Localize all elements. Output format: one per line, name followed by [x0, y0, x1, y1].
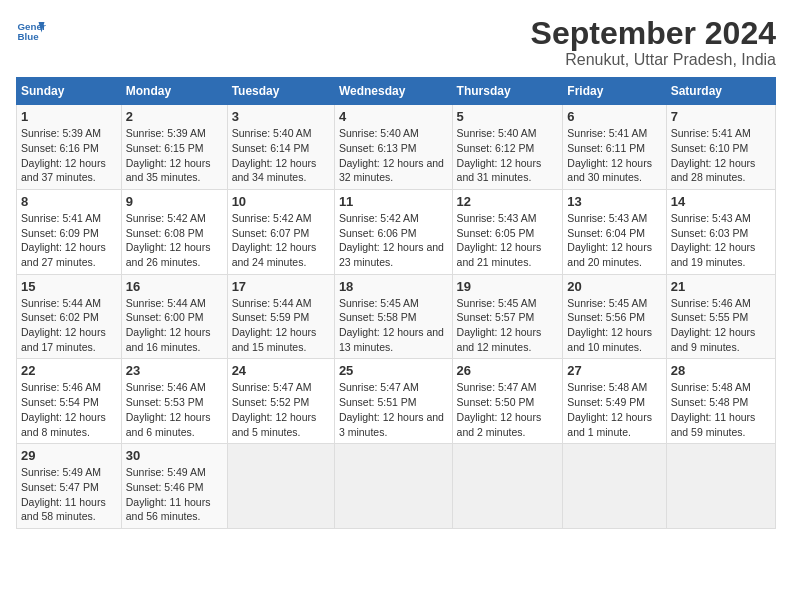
- day-number: 18: [339, 279, 448, 294]
- calendar-day-cell: 19Sunrise: 5:45 AMSunset: 5:57 PMDayligh…: [452, 274, 563, 359]
- day-info: Sunrise: 5:48 AMSunset: 5:49 PMDaylight:…: [567, 380, 661, 439]
- calendar-table: SundayMondayTuesdayWednesdayThursdayFrid…: [16, 77, 776, 529]
- month-year-title: September 2024: [531, 16, 776, 51]
- day-info: Sunrise: 5:43 AMSunset: 6:03 PMDaylight:…: [671, 211, 771, 270]
- day-info: Sunrise: 5:44 AMSunset: 6:00 PMDaylight:…: [126, 296, 223, 355]
- calendar-day-cell: [666, 444, 775, 529]
- calendar-day-cell: 30Sunrise: 5:49 AMSunset: 5:46 PMDayligh…: [121, 444, 227, 529]
- day-number: 26: [457, 363, 559, 378]
- calendar-day-cell: 20Sunrise: 5:45 AMSunset: 5:56 PMDayligh…: [563, 274, 666, 359]
- day-number: 11: [339, 194, 448, 209]
- day-info: Sunrise: 5:42 AMSunset: 6:06 PMDaylight:…: [339, 211, 448, 270]
- calendar-day-cell: [563, 444, 666, 529]
- calendar-day-cell: 12Sunrise: 5:43 AMSunset: 6:05 PMDayligh…: [452, 189, 563, 274]
- calendar-body: 1Sunrise: 5:39 AMSunset: 6:16 PMDaylight…: [17, 105, 776, 529]
- calendar-day-cell: 2Sunrise: 5:39 AMSunset: 6:15 PMDaylight…: [121, 105, 227, 190]
- day-number: 17: [232, 279, 330, 294]
- day-number: 20: [567, 279, 661, 294]
- day-number: 8: [21, 194, 117, 209]
- calendar-day-cell: [227, 444, 334, 529]
- weekday-header-saturday: Saturday: [666, 78, 775, 105]
- calendar-week-row: 8Sunrise: 5:41 AMSunset: 6:09 PMDaylight…: [17, 189, 776, 274]
- day-number: 10: [232, 194, 330, 209]
- day-info: Sunrise: 5:40 AMSunset: 6:14 PMDaylight:…: [232, 126, 330, 185]
- calendar-day-cell: 9Sunrise: 5:42 AMSunset: 6:08 PMDaylight…: [121, 189, 227, 274]
- calendar-header: SundayMondayTuesdayWednesdayThursdayFrid…: [17, 78, 776, 105]
- calendar-day-cell: 14Sunrise: 5:43 AMSunset: 6:03 PMDayligh…: [666, 189, 775, 274]
- calendar-week-row: 1Sunrise: 5:39 AMSunset: 6:16 PMDaylight…: [17, 105, 776, 190]
- calendar-day-cell: 29Sunrise: 5:49 AMSunset: 5:47 PMDayligh…: [17, 444, 122, 529]
- calendar-day-cell: 1Sunrise: 5:39 AMSunset: 6:16 PMDaylight…: [17, 105, 122, 190]
- day-info: Sunrise: 5:43 AMSunset: 6:04 PMDaylight:…: [567, 211, 661, 270]
- location-subtitle: Renukut, Uttar Pradesh, India: [531, 51, 776, 69]
- day-info: Sunrise: 5:49 AMSunset: 5:46 PMDaylight:…: [126, 465, 223, 524]
- day-number: 24: [232, 363, 330, 378]
- calendar-week-row: 15Sunrise: 5:44 AMSunset: 6:02 PMDayligh…: [17, 274, 776, 359]
- day-info: Sunrise: 5:45 AMSunset: 5:57 PMDaylight:…: [457, 296, 559, 355]
- weekday-header-row: SundayMondayTuesdayWednesdayThursdayFrid…: [17, 78, 776, 105]
- day-number: 28: [671, 363, 771, 378]
- calendar-day-cell: 21Sunrise: 5:46 AMSunset: 5:55 PMDayligh…: [666, 274, 775, 359]
- logo: General Blue: [16, 16, 50, 46]
- day-info: Sunrise: 5:47 AMSunset: 5:52 PMDaylight:…: [232, 380, 330, 439]
- calendar-day-cell: 4Sunrise: 5:40 AMSunset: 6:13 PMDaylight…: [334, 105, 452, 190]
- calendar-day-cell: 16Sunrise: 5:44 AMSunset: 6:00 PMDayligh…: [121, 274, 227, 359]
- calendar-day-cell: 23Sunrise: 5:46 AMSunset: 5:53 PMDayligh…: [121, 359, 227, 444]
- day-info: Sunrise: 5:45 AMSunset: 5:56 PMDaylight:…: [567, 296, 661, 355]
- day-number: 13: [567, 194, 661, 209]
- calendar-day-cell: 27Sunrise: 5:48 AMSunset: 5:49 PMDayligh…: [563, 359, 666, 444]
- calendar-day-cell: 25Sunrise: 5:47 AMSunset: 5:51 PMDayligh…: [334, 359, 452, 444]
- day-info: Sunrise: 5:42 AMSunset: 6:07 PMDaylight:…: [232, 211, 330, 270]
- weekday-header-sunday: Sunday: [17, 78, 122, 105]
- day-info: Sunrise: 5:42 AMSunset: 6:08 PMDaylight:…: [126, 211, 223, 270]
- day-number: 30: [126, 448, 223, 463]
- calendar-day-cell: 8Sunrise: 5:41 AMSunset: 6:09 PMDaylight…: [17, 189, 122, 274]
- day-number: 23: [126, 363, 223, 378]
- day-info: Sunrise: 5:40 AMSunset: 6:12 PMDaylight:…: [457, 126, 559, 185]
- calendar-week-row: 29Sunrise: 5:49 AMSunset: 5:47 PMDayligh…: [17, 444, 776, 529]
- day-number: 1: [21, 109, 117, 124]
- weekday-header-friday: Friday: [563, 78, 666, 105]
- page-header: General Blue September 2024 Renukut, Utt…: [16, 16, 776, 69]
- day-number: 27: [567, 363, 661, 378]
- calendar-day-cell: 10Sunrise: 5:42 AMSunset: 6:07 PMDayligh…: [227, 189, 334, 274]
- day-info: Sunrise: 5:44 AMSunset: 5:59 PMDaylight:…: [232, 296, 330, 355]
- day-info: Sunrise: 5:41 AMSunset: 6:11 PMDaylight:…: [567, 126, 661, 185]
- day-info: Sunrise: 5:46 AMSunset: 5:54 PMDaylight:…: [21, 380, 117, 439]
- day-number: 4: [339, 109, 448, 124]
- calendar-day-cell: 15Sunrise: 5:44 AMSunset: 6:02 PMDayligh…: [17, 274, 122, 359]
- calendar-day-cell: 3Sunrise: 5:40 AMSunset: 6:14 PMDaylight…: [227, 105, 334, 190]
- day-number: 29: [21, 448, 117, 463]
- calendar-day-cell: 24Sunrise: 5:47 AMSunset: 5:52 PMDayligh…: [227, 359, 334, 444]
- calendar-day-cell: 22Sunrise: 5:46 AMSunset: 5:54 PMDayligh…: [17, 359, 122, 444]
- day-info: Sunrise: 5:41 AMSunset: 6:10 PMDaylight:…: [671, 126, 771, 185]
- day-number: 21: [671, 279, 771, 294]
- day-info: Sunrise: 5:39 AMSunset: 6:16 PMDaylight:…: [21, 126, 117, 185]
- day-number: 19: [457, 279, 559, 294]
- day-info: Sunrise: 5:47 AMSunset: 5:50 PMDaylight:…: [457, 380, 559, 439]
- day-info: Sunrise: 5:45 AMSunset: 5:58 PMDaylight:…: [339, 296, 448, 355]
- day-number: 2: [126, 109, 223, 124]
- day-info: Sunrise: 5:40 AMSunset: 6:13 PMDaylight:…: [339, 126, 448, 185]
- calendar-title-block: September 2024 Renukut, Uttar Pradesh, I…: [531, 16, 776, 69]
- weekday-header-thursday: Thursday: [452, 78, 563, 105]
- day-info: Sunrise: 5:46 AMSunset: 5:53 PMDaylight:…: [126, 380, 223, 439]
- calendar-day-cell: 26Sunrise: 5:47 AMSunset: 5:50 PMDayligh…: [452, 359, 563, 444]
- day-number: 22: [21, 363, 117, 378]
- day-number: 12: [457, 194, 559, 209]
- calendar-day-cell: [334, 444, 452, 529]
- day-number: 14: [671, 194, 771, 209]
- weekday-header-monday: Monday: [121, 78, 227, 105]
- day-number: 15: [21, 279, 117, 294]
- day-number: 25: [339, 363, 448, 378]
- day-info: Sunrise: 5:41 AMSunset: 6:09 PMDaylight:…: [21, 211, 117, 270]
- day-number: 9: [126, 194, 223, 209]
- svg-text:Blue: Blue: [18, 31, 40, 42]
- calendar-day-cell: 7Sunrise: 5:41 AMSunset: 6:10 PMDaylight…: [666, 105, 775, 190]
- day-info: Sunrise: 5:49 AMSunset: 5:47 PMDaylight:…: [21, 465, 117, 524]
- calendar-day-cell: 5Sunrise: 5:40 AMSunset: 6:12 PMDaylight…: [452, 105, 563, 190]
- calendar-day-cell: [452, 444, 563, 529]
- day-info: Sunrise: 5:46 AMSunset: 5:55 PMDaylight:…: [671, 296, 771, 355]
- day-info: Sunrise: 5:44 AMSunset: 6:02 PMDaylight:…: [21, 296, 117, 355]
- calendar-day-cell: 13Sunrise: 5:43 AMSunset: 6:04 PMDayligh…: [563, 189, 666, 274]
